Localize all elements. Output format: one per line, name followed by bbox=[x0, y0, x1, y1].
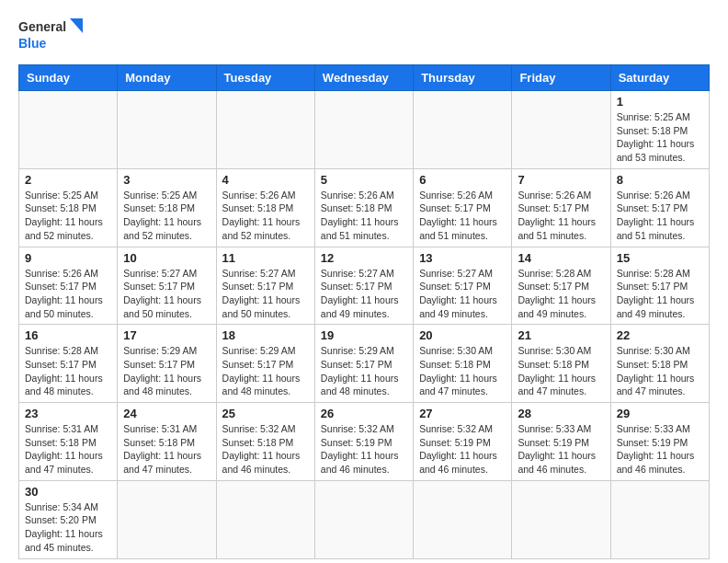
day-number: 20 bbox=[419, 328, 506, 342]
day-number: 6 bbox=[419, 173, 506, 187]
calendar-cell: 11Sunrise: 5:27 AM Sunset: 5:17 PM Dayli… bbox=[216, 247, 314, 325]
svg-text:General: General bbox=[18, 19, 66, 34]
day-number: 10 bbox=[123, 251, 210, 265]
day-info: Sunrise: 5:29 AM Sunset: 5:17 PM Dayligh… bbox=[222, 344, 309, 398]
day-info: Sunrise: 5:29 AM Sunset: 5:17 PM Dayligh… bbox=[321, 344, 407, 398]
calendar-cell bbox=[314, 480, 413, 558]
day-info: Sunrise: 5:27 AM Sunset: 5:17 PM Dayligh… bbox=[123, 267, 210, 321]
day-info: Sunrise: 5:33 AM Sunset: 5:19 PM Dayligh… bbox=[617, 422, 703, 477]
day-info: Sunrise: 5:25 AM Sunset: 5:18 PM Dayligh… bbox=[123, 189, 210, 243]
day-info: Sunrise: 5:26 AM Sunset: 5:18 PM Dayligh… bbox=[222, 189, 309, 243]
calendar-cell: 9Sunrise: 5:26 AM Sunset: 5:17 PM Daylig… bbox=[19, 247, 118, 325]
day-number: 3 bbox=[123, 173, 210, 187]
day-info: Sunrise: 5:26 AM Sunset: 5:17 PM Dayligh… bbox=[25, 267, 111, 321]
day-info: Sunrise: 5:28 AM Sunset: 5:17 PM Dayligh… bbox=[518, 267, 604, 321]
calendar-cell bbox=[118, 480, 216, 558]
day-number: 24 bbox=[123, 407, 210, 420]
day-number: 12 bbox=[321, 251, 407, 265]
day-number: 28 bbox=[518, 407, 604, 420]
calendar-cell: 5Sunrise: 5:26 AM Sunset: 5:18 PM Daylig… bbox=[314, 168, 413, 247]
day-info: Sunrise: 5:28 AM Sunset: 5:17 PM Dayligh… bbox=[25, 344, 111, 398]
calendar-cell: 8Sunrise: 5:26 AM Sunset: 5:17 PM Daylig… bbox=[610, 168, 709, 247]
calendar-cell: 28Sunrise: 5:33 AM Sunset: 5:19 PM Dayli… bbox=[512, 403, 610, 481]
day-number: 7 bbox=[518, 173, 604, 187]
calendar-cell: 15Sunrise: 5:28 AM Sunset: 5:17 PM Dayli… bbox=[610, 247, 709, 325]
day-number: 15 bbox=[617, 251, 703, 265]
day-number: 21 bbox=[518, 328, 604, 342]
day-number: 23 bbox=[25, 407, 111, 420]
day-info: Sunrise: 5:31 AM Sunset: 5:18 PM Dayligh… bbox=[25, 422, 111, 477]
svg-text:Blue: Blue bbox=[18, 36, 47, 51]
calendar-cell bbox=[512, 91, 610, 169]
weekday-header-saturday: Saturday bbox=[610, 65, 709, 91]
day-number: 27 bbox=[419, 407, 506, 420]
calendar-cell bbox=[314, 91, 413, 169]
calendar-week-row: 30Sunrise: 5:34 AM Sunset: 5:20 PM Dayli… bbox=[19, 480, 710, 558]
calendar-week-row: 2Sunrise: 5:25 AM Sunset: 5:18 PM Daylig… bbox=[19, 168, 710, 247]
calendar-cell bbox=[19, 91, 118, 169]
calendar-cell bbox=[216, 91, 314, 169]
calendar-cell: 21Sunrise: 5:30 AM Sunset: 5:18 PM Dayli… bbox=[512, 325, 610, 403]
calendar-cell: 2Sunrise: 5:25 AM Sunset: 5:18 PM Daylig… bbox=[19, 168, 118, 247]
day-number: 30 bbox=[25, 485, 111, 499]
day-number: 11 bbox=[222, 251, 309, 265]
day-number: 16 bbox=[25, 328, 111, 342]
day-info: Sunrise: 5:29 AM Sunset: 5:17 PM Dayligh… bbox=[123, 344, 210, 398]
day-number: 8 bbox=[617, 173, 703, 187]
calendar-cell: 19Sunrise: 5:29 AM Sunset: 5:17 PM Dayli… bbox=[314, 325, 413, 403]
calendar-header-row: SundayMondayTuesdayWednesdayThursdayFrid… bbox=[19, 65, 710, 91]
calendar-cell: 4Sunrise: 5:26 AM Sunset: 5:18 PM Daylig… bbox=[216, 168, 314, 247]
day-info: Sunrise: 5:32 AM Sunset: 5:19 PM Dayligh… bbox=[321, 422, 407, 477]
calendar-cell: 14Sunrise: 5:28 AM Sunset: 5:17 PM Dayli… bbox=[512, 247, 610, 325]
weekday-header-wednesday: Wednesday bbox=[314, 65, 413, 91]
day-number: 4 bbox=[222, 173, 309, 187]
day-number: 14 bbox=[518, 251, 604, 265]
calendar-cell bbox=[512, 480, 610, 558]
calendar-cell bbox=[216, 480, 314, 558]
day-info: Sunrise: 5:32 AM Sunset: 5:19 PM Dayligh… bbox=[419, 422, 506, 477]
calendar-cell: 10Sunrise: 5:27 AM Sunset: 5:17 PM Dayli… bbox=[118, 247, 216, 325]
day-number: 9 bbox=[25, 251, 111, 265]
calendar-cell: 17Sunrise: 5:29 AM Sunset: 5:17 PM Dayli… bbox=[118, 325, 216, 403]
day-number: 2 bbox=[25, 173, 111, 187]
calendar-cell: 6Sunrise: 5:26 AM Sunset: 5:17 PM Daylig… bbox=[414, 168, 512, 247]
calendar-cell: 24Sunrise: 5:31 AM Sunset: 5:18 PM Dayli… bbox=[118, 403, 216, 481]
calendar-cell bbox=[610, 480, 709, 558]
calendar-cell: 16Sunrise: 5:28 AM Sunset: 5:17 PM Dayli… bbox=[19, 325, 118, 403]
day-info: Sunrise: 5:27 AM Sunset: 5:17 PM Dayligh… bbox=[222, 267, 309, 321]
day-info: Sunrise: 5:27 AM Sunset: 5:17 PM Dayligh… bbox=[321, 267, 407, 321]
calendar-week-row: 16Sunrise: 5:28 AM Sunset: 5:17 PM Dayli… bbox=[19, 325, 710, 403]
calendar-cell: 20Sunrise: 5:30 AM Sunset: 5:18 PM Dayli… bbox=[414, 325, 512, 403]
calendar-cell: 18Sunrise: 5:29 AM Sunset: 5:17 PM Dayli… bbox=[216, 325, 314, 403]
day-info: Sunrise: 5:30 AM Sunset: 5:18 PM Dayligh… bbox=[617, 344, 703, 398]
weekday-header-sunday: Sunday bbox=[19, 65, 118, 91]
calendar-cell: 25Sunrise: 5:32 AM Sunset: 5:18 PM Dayli… bbox=[216, 403, 314, 481]
day-info: Sunrise: 5:28 AM Sunset: 5:17 PM Dayligh… bbox=[617, 267, 703, 321]
calendar-cell bbox=[414, 480, 512, 558]
generalblue-logo: GeneralBlue bbox=[18, 15, 92, 55]
day-info: Sunrise: 5:34 AM Sunset: 5:20 PM Dayligh… bbox=[25, 500, 111, 555]
calendar-cell: 29Sunrise: 5:33 AM Sunset: 5:19 PM Dayli… bbox=[610, 403, 709, 481]
calendar-cell: 27Sunrise: 5:32 AM Sunset: 5:19 PM Dayli… bbox=[414, 403, 512, 481]
weekday-header-tuesday: Tuesday bbox=[216, 65, 314, 91]
day-info: Sunrise: 5:30 AM Sunset: 5:18 PM Dayligh… bbox=[419, 344, 506, 398]
day-info: Sunrise: 5:25 AM Sunset: 5:18 PM Dayligh… bbox=[617, 110, 703, 165]
calendar-cell: 13Sunrise: 5:27 AM Sunset: 5:17 PM Dayli… bbox=[414, 247, 512, 325]
weekday-header-friday: Friday bbox=[512, 65, 610, 91]
calendar-week-row: 23Sunrise: 5:31 AM Sunset: 5:18 PM Dayli… bbox=[19, 403, 710, 481]
day-number: 26 bbox=[321, 407, 407, 420]
calendar-cell: 30Sunrise: 5:34 AM Sunset: 5:20 PM Dayli… bbox=[19, 480, 118, 558]
day-info: Sunrise: 5:27 AM Sunset: 5:17 PM Dayligh… bbox=[419, 267, 506, 321]
calendar-cell bbox=[118, 91, 216, 169]
day-info: Sunrise: 5:32 AM Sunset: 5:18 PM Dayligh… bbox=[222, 422, 309, 477]
calendar-cell: 3Sunrise: 5:25 AM Sunset: 5:18 PM Daylig… bbox=[118, 168, 216, 247]
calendar-cell: 26Sunrise: 5:32 AM Sunset: 5:19 PM Dayli… bbox=[314, 403, 413, 481]
day-info: Sunrise: 5:25 AM Sunset: 5:18 PM Dayligh… bbox=[25, 189, 111, 243]
day-info: Sunrise: 5:33 AM Sunset: 5:19 PM Dayligh… bbox=[518, 422, 604, 477]
calendar-cell: 22Sunrise: 5:30 AM Sunset: 5:18 PM Dayli… bbox=[610, 325, 709, 403]
day-number: 19 bbox=[321, 328, 407, 342]
day-number: 25 bbox=[222, 407, 309, 420]
weekday-header-monday: Monday bbox=[118, 65, 216, 91]
day-info: Sunrise: 5:31 AM Sunset: 5:18 PM Dayligh… bbox=[123, 422, 210, 477]
calendar-week-row: 1Sunrise: 5:25 AM Sunset: 5:18 PM Daylig… bbox=[19, 91, 710, 169]
